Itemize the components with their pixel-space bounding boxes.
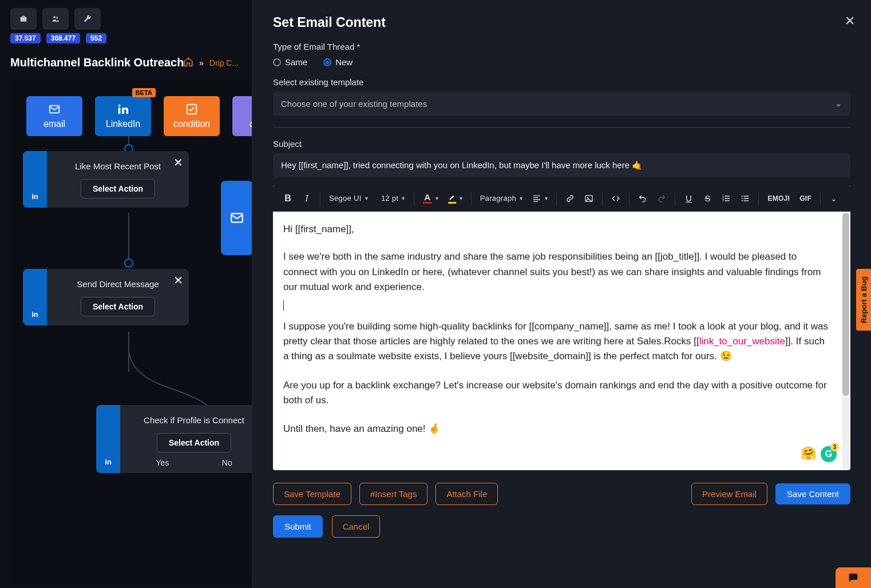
node-title: Like Most Recent Post — [56, 161, 180, 171]
body-greeting: Hi [[first_name]], — [283, 222, 831, 237]
report-bug-tab[interactable]: Report a Bug — [856, 269, 871, 331]
save-content-button[interactable]: Save Content — [775, 483, 850, 504]
ordered-list-button[interactable]: 123 — [718, 190, 734, 206]
email-node[interactable] — [221, 181, 253, 255]
email-icon — [48, 103, 61, 116]
branch-no[interactable]: No — [222, 458, 232, 467]
svg-point-9 — [587, 197, 589, 198]
node-send-dm[interactable]: in ✕ Send Direct Message Select Action — [23, 269, 189, 325]
scrollbar[interactable] — [842, 213, 849, 469]
hug-emoji-icon[interactable]: 🤗 — [801, 446, 816, 461]
select-action-button[interactable]: Select Action — [81, 179, 155, 198]
branch-yes[interactable]: Yes — [156, 458, 169, 467]
undo-icon — [638, 194, 647, 203]
submit-button[interactable]: Submit — [273, 515, 323, 538]
preview-email-button[interactable]: Preview Email — [691, 483, 767, 505]
channel-email[interactable]: email — [26, 96, 82, 136]
svg-point-13 — [742, 196, 743, 197]
bold-button[interactable]: B — [280, 190, 296, 207]
code-icon — [611, 194, 620, 203]
tool-row — [10, 8, 241, 30]
channel-linkedin-label: LinkedIn — [106, 119, 141, 129]
tool-briefcase-icon[interactable] — [10, 8, 37, 30]
attach-file-button[interactable]: Attach File — [436, 483, 498, 505]
subject-input[interactable]: Hey [[first_name]], tried connecting wit… — [273, 153, 850, 177]
image-icon — [584, 194, 593, 203]
separator — [320, 192, 320, 205]
save-template-button[interactable]: Save Template — [273, 483, 351, 505]
underline-button[interactable]: U — [680, 190, 696, 206]
node-check-profile[interactable]: in Check if Profile is Connect Select Ac… — [96, 405, 268, 473]
svg-text:3: 3 — [723, 199, 724, 202]
chat-icon — [847, 571, 860, 584]
more-button[interactable]: ⌄ — [826, 190, 842, 206]
linkedin-icon — [117, 103, 129, 116]
breadcrumb-label[interactable]: Drip C... — [209, 58, 239, 67]
italic-button[interactable]: I — [299, 190, 315, 207]
paragraph-select[interactable]: Paragraph — [477, 190, 526, 206]
separator — [471, 192, 472, 205]
close-icon[interactable]: ✕ — [173, 156, 183, 169]
close-icon[interactable]: ✕ — [845, 14, 855, 29]
unordered-list-button[interactable] — [737, 190, 753, 206]
text-color-button[interactable]: A — [419, 189, 442, 207]
check-icon — [185, 103, 198, 116]
insert-tags-button[interactable]: #Insert Tags — [359, 483, 427, 505]
strikethrough-button[interactable]: S — [699, 190, 715, 206]
badge-value-3: 552 — [86, 33, 106, 43]
undo-button[interactable] — [635, 190, 651, 206]
link-button[interactable] — [562, 190, 578, 206]
select-action-button[interactable]: Select Action — [157, 433, 231, 452]
close-icon[interactable]: ✕ — [173, 273, 183, 287]
channel-condition[interactable]: condition — [164, 96, 220, 136]
body-p5: Until then, have an amazing one! 🤞 — [283, 422, 831, 436]
tool-people-icon[interactable] — [42, 8, 69, 30]
font-family-select[interactable]: Segoe UI — [326, 190, 371, 206]
select-action-button[interactable]: Select Action — [81, 297, 155, 316]
feedback-fab[interactable] — [836, 567, 871, 588]
svg-point-1 — [56, 17, 58, 18]
template-placeholder: Choose one of your existing templates — [281, 99, 427, 109]
font-size-select[interactable]: 12 pt — [378, 190, 409, 206]
emoji-button[interactable]: EMOJI — [764, 191, 793, 206]
beta-tag: BETA — [132, 88, 156, 97]
linkedin-badge-icon: in — [96, 405, 120, 473]
type-of-thread-label: Type of Email Thread * — [273, 42, 850, 51]
node-title: Send Direct Message — [56, 279, 180, 289]
linkedin-badge-icon: in — [23, 269, 47, 325]
gif-button[interactable]: GIF — [796, 191, 815, 206]
redo-button[interactable] — [654, 190, 670, 206]
cancel-button[interactable]: Cancel — [332, 515, 381, 538]
separator — [675, 192, 675, 205]
template-select[interactable]: Choose one of your existing templates ⌄ — [273, 92, 850, 116]
separator — [556, 192, 557, 205]
code-button[interactable] — [608, 190, 624, 206]
flow-canvas[interactable]: email BETA LinkedIn condition delay in ✕… — [10, 80, 285, 583]
chevron-down-icon: ⌄ — [835, 98, 842, 109]
actions-row-1: Save Template #Insert Tags Attach File P… — [273, 483, 850, 505]
tool-wrench-icon[interactable] — [74, 8, 101, 30]
thread-type-radios: Same New — [273, 57, 850, 67]
curve-connector — [128, 343, 214, 412]
highlight-button[interactable] — [445, 190, 466, 207]
breadcrumb[interactable]: » Drip C... — [183, 57, 239, 69]
radio-same[interactable]: Same — [273, 57, 307, 67]
scroll-thumb[interactable] — [842, 213, 849, 396]
grammarly-badge[interactable]: G3 — [821, 446, 837, 462]
svg-point-15 — [742, 200, 743, 201]
node-like-post[interactable]: in ✕ Like Most Recent Post Select Action — [23, 151, 189, 208]
channel-linkedin[interactable]: BETA LinkedIn — [95, 96, 151, 136]
align-button[interactable] — [529, 190, 551, 206]
grammarly-count: 3 — [830, 443, 839, 451]
highlight-icon — [448, 193, 456, 201]
body-p2: I see we're both in the same industry an… — [283, 249, 831, 295]
link-to-our-website[interactable]: link_to_our_website — [699, 336, 785, 347]
svg-rect-3 — [118, 108, 121, 114]
image-button[interactable] — [581, 190, 597, 206]
radio-new[interactable]: New — [323, 57, 353, 67]
editor-body[interactable]: Hi [[first_name]], I see we're both in t… — [273, 212, 841, 470]
home-icon[interactable] — [183, 57, 193, 69]
modal-title: Set Email Content — [273, 15, 850, 30]
radio-icon — [323, 58, 331, 66]
unordered-list-icon — [741, 194, 750, 203]
